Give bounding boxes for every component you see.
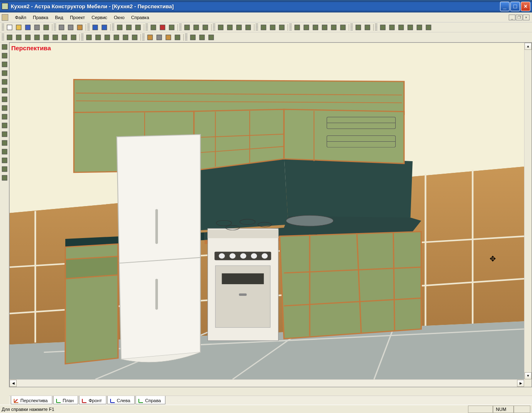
filter-button[interactable] — [134, 23, 142, 32]
pin-rotate-button[interactable] — [167, 23, 176, 32]
cabinet-tool[interactable] — [0, 69, 9, 77]
zoom-out-button[interactable] — [226, 23, 234, 32]
window-tex-button[interactable] — [311, 23, 320, 32]
scroll-right-button[interactable]: ▶ — [517, 380, 524, 387]
point-tool-button[interactable] — [103, 33, 111, 42]
toolbar-grip[interactable] — [81, 34, 84, 41]
scroll-up-button[interactable]: ▲ — [525, 43, 532, 50]
tape-tool[interactable] — [0, 121, 9, 130]
open-button[interactable] — [15, 23, 23, 32]
dist-h-button[interactable] — [33, 33, 41, 42]
line-tool-button[interactable] — [112, 33, 121, 42]
toolbar-grip[interactable] — [112, 24, 114, 31]
new-button[interactable] — [5, 23, 14, 32]
drop-down-1-button[interactable] — [85, 33, 93, 42]
scrollbar-horizontal[interactable]: ◀ ▶ — [10, 379, 524, 387]
view-tab-2[interactable]: Фронт — [79, 396, 106, 404]
toolbar-grip[interactable] — [145, 24, 148, 31]
toolbar-grip[interactable] — [256, 24, 258, 31]
mdi-restore-button[interactable]: ❐ — [516, 15, 522, 20]
props-button[interactable] — [201, 23, 209, 32]
panel-2-button[interactable] — [379, 23, 387, 32]
toolbar-grip[interactable] — [87, 24, 90, 31]
save-button[interactable] — [24, 23, 32, 32]
toolbar-grip[interactable] — [213, 24, 215, 31]
pointer-tool[interactable] — [0, 43, 9, 51]
view-tab-4[interactable]: Справа — [135, 396, 165, 404]
menu-service[interactable]: Сервис — [88, 14, 111, 21]
split-h-button[interactable] — [424, 23, 433, 32]
copy-button[interactable] — [66, 23, 75, 32]
dim-tool-button[interactable] — [131, 33, 139, 42]
minimize-button[interactable]: _ — [500, 2, 510, 11]
paste-button[interactable] — [76, 23, 84, 32]
layer-button[interactable] — [125, 23, 133, 32]
toolbar-grip[interactable] — [375, 24, 377, 31]
doc-icon[interactable] — [2, 14, 8, 21]
hierarchy-button[interactable] — [183, 23, 191, 32]
measure-tool[interactable] — [0, 113, 9, 121]
print-button[interactable] — [33, 23, 41, 32]
custom-button[interactable] — [173, 33, 182, 42]
scrollbar-vertical[interactable]: ▲ ▼ — [524, 43, 532, 379]
scroll-track[interactable] — [17, 380, 517, 387]
panel-5-button[interactable] — [406, 23, 414, 32]
cube-button[interactable] — [146, 33, 154, 42]
align-c-button[interactable] — [15, 33, 23, 42]
grid-snap-button[interactable] — [121, 33, 130, 42]
box-green-button[interactable] — [320, 23, 329, 32]
toolbar-grip[interactable] — [350, 24, 353, 31]
axes-button[interactable] — [354, 23, 362, 32]
mdi-close-button[interactable]: × — [523, 15, 530, 20]
pin-button[interactable] — [158, 23, 167, 32]
menu-view[interactable]: Вид — [52, 14, 66, 21]
panel-4-button[interactable] — [397, 23, 405, 32]
cut-button[interactable] — [57, 23, 66, 32]
panel-3-button[interactable] — [388, 23, 396, 32]
menu-project[interactable]: Проект — [66, 14, 88, 21]
align-l-button[interactable] — [5, 33, 14, 42]
edit-fill-button[interactable] — [149, 23, 158, 32]
cone-button[interactable] — [164, 33, 172, 42]
center-button[interactable] — [259, 23, 268, 32]
protractor-tool[interactable] — [0, 139, 9, 147]
snap-tool[interactable] — [0, 174, 9, 182]
edit-tool[interactable] — [0, 52, 9, 60]
scissors-tool[interactable] — [0, 104, 9, 112]
rotate-tool[interactable] — [0, 60, 9, 69]
dist-v-button[interactable] — [42, 33, 50, 42]
toolbar-grip[interactable] — [54, 24, 56, 31]
cylinder-button[interactable] — [155, 33, 163, 42]
undo-button[interactable] — [91, 23, 99, 32]
menu-help[interactable]: Справка — [128, 14, 153, 21]
box-brown-button[interactable] — [330, 23, 338, 32]
menu-file[interactable]: Файл — [12, 14, 30, 21]
toolbar-grip[interactable] — [2, 24, 4, 31]
mdi-minimize-button[interactable]: _ — [509, 15, 515, 20]
redo-button[interactable] — [100, 23, 108, 32]
viewport-3d[interactable]: Перспектива ✥ — [10, 43, 524, 379]
material-button[interactable] — [207, 33, 215, 42]
toolbar-grip[interactable] — [179, 24, 182, 31]
toolbar-grip[interactable] — [185, 34, 187, 41]
curve-ccw-tool[interactable] — [0, 156, 9, 165]
menu-window[interactable]: Окно — [111, 14, 128, 21]
window-single-button[interactable] — [278, 23, 286, 32]
box-align-tool[interactable] — [0, 165, 9, 173]
pictogram-button[interactable] — [339, 23, 347, 32]
drop-down-2-button[interactable] — [94, 33, 102, 42]
toolbar-grip[interactable] — [2, 34, 4, 41]
poly-tool[interactable] — [0, 86, 9, 95]
text-tool-button[interactable] — [189, 33, 197, 42]
orbit-button[interactable] — [244, 23, 252, 32]
scroll-down-button[interactable]: ▼ — [525, 372, 532, 379]
grid-button[interactable] — [116, 23, 124, 32]
view-tab-0[interactable]: Перспектива — [11, 396, 52, 404]
wireframe-button[interactable] — [268, 23, 277, 32]
center-obj-button[interactable] — [69, 33, 78, 42]
scroll-left-button[interactable]: ◀ — [10, 380, 17, 387]
toolbar-grip[interactable] — [289, 24, 292, 31]
curve-cw-tool[interactable] — [0, 148, 9, 156]
close-button[interactable]: × — [521, 2, 530, 11]
window-3d-button[interactable] — [293, 23, 301, 32]
